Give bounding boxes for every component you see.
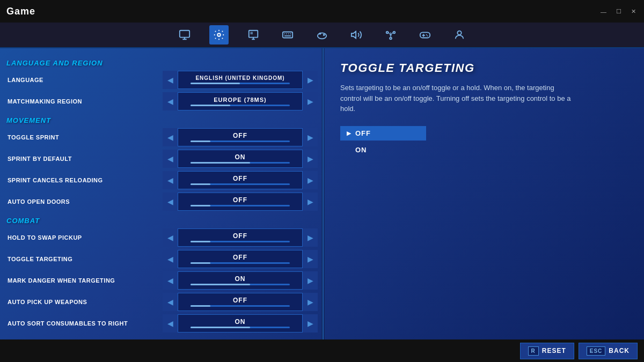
arrow-left-auto-sort[interactable]: ◀: [163, 314, 178, 333]
value-box-hold-swap: OFF: [178, 228, 303, 247]
value-bar-auto-pickup: [191, 305, 290, 307]
right-panel: TOGGLE TARGETING Sets targeting to be an…: [324, 48, 644, 339]
svg-point-7: [390, 34, 392, 36]
setting-label-language: LANGUAGE: [4, 77, 163, 83]
setting-mark-danger: MARK DANGER WHEN TARGETING ◀ ON ▶: [4, 271, 318, 290]
nav-bar: [0, 23, 644, 48]
nav-gear[interactable]: [209, 25, 229, 45]
minimize-button[interactable]: —: [598, 7, 609, 16]
setting-auto-sort: AUTO SORT CONSUMABLES TO RIGHT ◀ ON ▶: [4, 314, 318, 333]
value-bar-mark-danger: [191, 284, 290, 285]
section-header-building: BUILDING: [6, 338, 318, 339]
setting-toggle-targeting: TOGGLE TARGETING ◀ OFF ▶: [4, 249, 318, 269]
arrow-right-toggle-sprint[interactable]: ▶: [303, 128, 318, 146]
setting-language: LANGUAGE ◀ ENGLISH (UNITED KINGDOM) ▶: [4, 70, 318, 90]
control-sprint-default: ◀ ON ▶: [163, 150, 318, 168]
arrow-right-auto-pickup[interactable]: ▶: [303, 293, 318, 311]
maximize-button[interactable]: ☐: [613, 7, 624, 16]
panel-divider: [322, 48, 324, 339]
nav-network[interactable]: [381, 25, 400, 45]
nav-audio[interactable]: [347, 25, 366, 45]
value-box-auto-open-doors: OFF: [178, 193, 303, 211]
arrow-right-sprint-default[interactable]: ▶: [303, 150, 318, 168]
value-box-auto-sort: ON: [178, 314, 303, 333]
value-bar-toggle-sprint: [191, 141, 290, 142]
reset-key: R: [528, 346, 539, 356]
nav-monitor[interactable]: [175, 25, 194, 45]
window-title: Game: [6, 6, 35, 17]
setting-label-toggle-sprint: TOGGLE SPRINT: [4, 134, 163, 141]
arrow-left-toggle-sprint[interactable]: ◀: [163, 128, 178, 146]
arrow-left-hold-swap[interactable]: ◀: [163, 228, 178, 247]
setting-label-mark-danger: MARK DANGER WHEN TARGETING: [4, 277, 163, 284]
window-controls: — ☐ ✕: [598, 7, 639, 16]
back-button[interactable]: ESC BACK: [579, 343, 638, 359]
setting-toggle-sprint: TOGGLE SPRINT ◀ OFF ▶: [4, 128, 318, 147]
arrow-right-hold-swap[interactable]: ▶: [303, 228, 318, 247]
arrow-right-sprint-cancels[interactable]: ▶: [303, 171, 318, 189]
option-off[interactable]: ▶ OFF: [340, 126, 426, 141]
control-hold-swap: ◀ OFF ▶: [163, 228, 318, 247]
nav-keyboard[interactable]: [278, 25, 297, 45]
option-text-off: OFF: [355, 129, 371, 137]
value-box-sprint-default: ON: [178, 150, 303, 168]
control-language: ◀ ENGLISH (UNITED KINGDOM) ▶: [163, 71, 318, 89]
detail-title: TOGGLE TARGETING: [340, 61, 628, 75]
arrow-left-sprint-default[interactable]: ◀: [163, 150, 178, 168]
nav-controller-alt[interactable]: [312, 25, 332, 45]
arrow-left-auto-open-doors[interactable]: ◀: [163, 193, 178, 211]
control-mark-danger: ◀ ON ▶: [163, 271, 318, 290]
arrow-right-auto-sort[interactable]: ▶: [303, 314, 318, 333]
control-auto-pickup: ◀ OFF ▶: [163, 293, 318, 311]
svg-point-1: [217, 33, 221, 36]
arrow-left-auto-pickup[interactable]: ◀: [163, 293, 178, 311]
arrow-left-matchmaking[interactable]: ◀: [163, 92, 178, 110]
section-header-language: LANGUAGE AND REGION: [6, 59, 318, 67]
value-text-sprint-default: ON: [235, 154, 246, 160]
arrow-right-matchmaking[interactable]: ▶: [303, 92, 318, 110]
arrow-right-toggle-targeting[interactable]: ▶: [303, 250, 318, 268]
arrow-right-language[interactable]: ▶: [303, 71, 318, 89]
svg-point-10: [390, 38, 392, 40]
control-matchmaking: ◀ EUROPE (78MS) ▶: [163, 92, 318, 110]
back-label: BACK: [609, 347, 630, 354]
value-bar-matchmaking: [191, 105, 290, 106]
section-header-combat: COMBAT: [6, 217, 318, 225]
setting-sprint-default: SPRINT BY DEFAULT ◀ ON ▶: [4, 149, 318, 168]
svg-rect-11: [420, 32, 430, 38]
value-text-auto-open-doors: OFF: [233, 197, 247, 203]
arrow-left-language[interactable]: ◀: [163, 71, 178, 89]
svg-rect-4: [283, 32, 292, 38]
reset-button[interactable]: R RESET: [520, 343, 574, 359]
nav-user[interactable]: [450, 25, 469, 45]
close-button[interactable]: ✕: [628, 7, 639, 16]
control-toggle-sprint: ◀ OFF ▶: [163, 128, 318, 146]
value-box-toggle-targeting: OFF: [178, 250, 303, 268]
svg-rect-0: [180, 31, 189, 38]
option-text-on: ON: [355, 146, 367, 154]
title-bar: Game — ☐ ✕: [0, 0, 644, 23]
control-toggle-targeting: ◀ OFF ▶: [163, 250, 318, 268]
value-box-sprint-cancels: OFF: [178, 171, 303, 189]
arrow-left-sprint-cancels[interactable]: ◀: [163, 171, 178, 189]
value-text-sprint-cancels: OFF: [233, 175, 247, 182]
setting-label-sprint-cancels: SPRINT CANCELS RELOADING: [4, 177, 163, 183]
nav-display[interactable]: [244, 25, 263, 45]
value-text-mark-danger: ON: [235, 276, 246, 282]
option-on[interactable]: ▶ ON: [340, 143, 426, 157]
value-box-toggle-sprint: OFF: [178, 128, 303, 146]
setting-matchmaking: MATCHMAKING REGION ◀ EUROPE (78MS) ▶: [4, 92, 318, 111]
reset-label: RESET: [542, 347, 566, 354]
arrow-left-mark-danger[interactable]: ◀: [163, 271, 178, 290]
svg-rect-3: [251, 32, 253, 35]
arrow-right-auto-open-doors[interactable]: ▶: [303, 193, 318, 211]
arrow-left-toggle-targeting[interactable]: ◀: [163, 250, 178, 268]
arrow-right-mark-danger[interactable]: ▶: [303, 271, 318, 290]
svg-rect-2: [249, 31, 258, 38]
value-bar-sprint-cancels: [191, 183, 290, 185]
nav-gamepad[interactable]: [415, 25, 435, 45]
value-bar-auto-sort: [191, 327, 290, 328]
setting-label-auto-pickup: AUTO PICK UP WEAPONS: [4, 299, 163, 305]
value-box-language: ENGLISH (UNITED KINGDOM): [178, 71, 303, 89]
left-panel: LANGUAGE AND REGION LANGUAGE ◀ ENGLISH (…: [0, 48, 322, 339]
